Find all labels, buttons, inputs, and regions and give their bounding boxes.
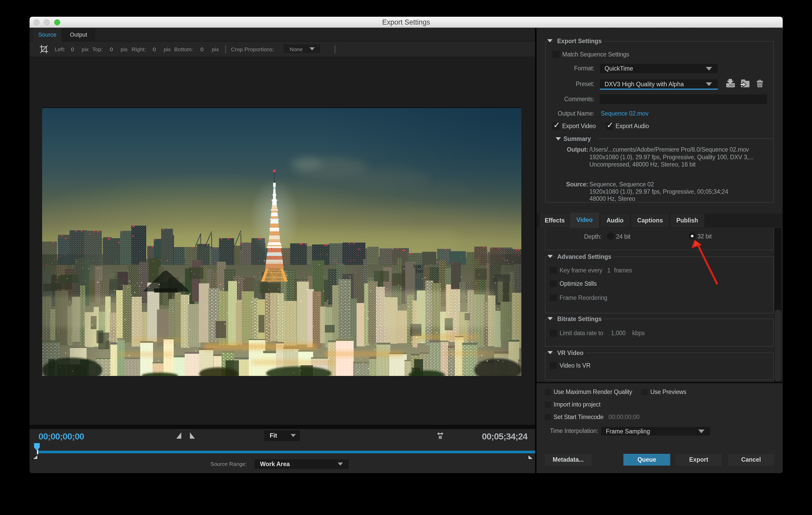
- svg-text:Text: Text: [415, 269, 423, 274]
- svg-text:Text: Text: [413, 264, 421, 269]
